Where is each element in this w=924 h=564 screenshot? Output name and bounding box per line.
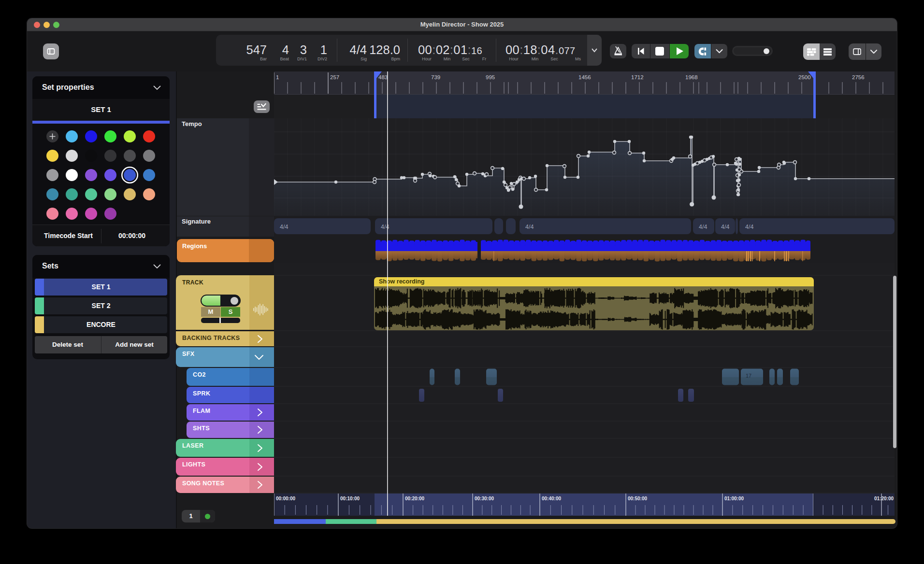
svg-text:4/4: 4/4 (721, 224, 729, 230)
svg-text:1456: 1456 (578, 74, 591, 80)
svg-text:00:10:00: 00:10:00 (340, 496, 360, 501)
svg-text:4/4: 4/4 (525, 224, 534, 230)
svg-text:4/4: 4/4 (699, 224, 707, 230)
svg-text:01:20:00: 01:20:00 (874, 496, 894, 501)
svg-text:257: 257 (330, 74, 339, 80)
svg-text:4/4: 4/4 (745, 224, 753, 230)
svg-text:1712: 1712 (631, 74, 644, 80)
svg-text:01:00:00: 01:00:00 (724, 496, 744, 501)
svg-text:483: 483 (378, 74, 388, 80)
svg-text:00:00:00: 00:00:00 (276, 496, 295, 501)
svg-text:4/4: 4/4 (381, 224, 389, 230)
svg-text:00:30:00: 00:30:00 (475, 496, 494, 501)
svg-text:00:50:00: 00:50:00 (628, 496, 647, 501)
svg-text:00:40:00: 00:40:00 (542, 496, 561, 501)
svg-text:1968: 1968 (685, 74, 698, 80)
svg-text:995: 995 (486, 74, 495, 80)
svg-text:739: 739 (431, 74, 440, 80)
svg-text:2756: 2756 (852, 74, 865, 80)
svg-text:Show recording: Show recording (379, 278, 424, 285)
svg-text:2500: 2500 (798, 74, 811, 80)
svg-text:1: 1 (276, 74, 279, 80)
svg-text:00:20:00: 00:20:00 (405, 496, 424, 501)
svg-text:17: 17 (746, 373, 751, 379)
svg-text:4/4: 4/4 (280, 224, 288, 230)
